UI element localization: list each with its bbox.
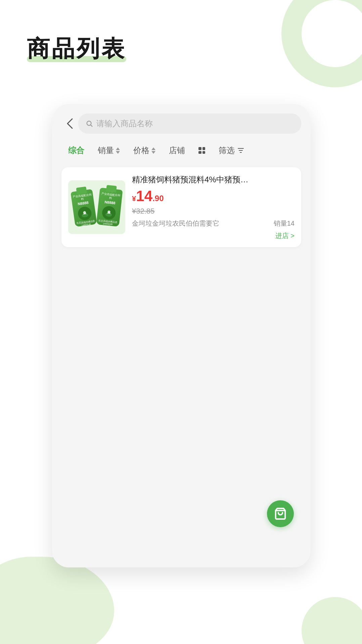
search-bar: 请输入商品名称 bbox=[52, 104, 311, 139]
phone-mockup: 请输入商品名称 综合 销量 价格 bbox=[52, 104, 311, 567]
tab-filter[interactable]: 筛选 bbox=[212, 142, 252, 158]
price-row: ¥ 14 .90 bbox=[132, 189, 295, 203]
deco-circle-top bbox=[281, 0, 362, 87]
tab-sales[interactable]: 销量 bbox=[91, 142, 127, 158]
enter-shop-row: 进店 > bbox=[132, 231, 295, 240]
enter-shop-button[interactable]: 进店 > bbox=[275, 231, 295, 240]
back-button[interactable] bbox=[61, 115, 78, 132]
tab-comprehensive[interactable]: 综合 bbox=[61, 142, 91, 158]
sales-count: 销量14 bbox=[274, 219, 295, 228]
deco-blob-bottom bbox=[0, 557, 114, 644]
search-placeholder: 请输入商品名称 bbox=[96, 118, 153, 129]
price-sort-icon bbox=[151, 147, 155, 154]
product-name: 精准猪饲料猪预混料4%中猪预… bbox=[132, 174, 295, 185]
tab-shop[interactable]: 店铺 bbox=[162, 142, 192, 158]
tab-price[interactable]: 价格 bbox=[127, 142, 162, 158]
original-price: ¥32.85 bbox=[132, 207, 295, 216]
cart-icon bbox=[274, 507, 287, 520]
cart-fab[interactable] bbox=[267, 500, 294, 527]
product-image: Logo 产业高端配合饲料 N8888 bbox=[68, 180, 125, 234]
deco-blob-bottom-right bbox=[302, 597, 362, 644]
tab-grid[interactable] bbox=[192, 144, 212, 156]
search-input-wrap[interactable]: 请输入商品名称 bbox=[78, 113, 301, 134]
svg-line-1 bbox=[91, 125, 92, 127]
svg-point-0 bbox=[87, 121, 91, 126]
grid-icon bbox=[198, 147, 205, 154]
product-info: 精准猪饲料猪预混料4%中猪预… ¥ 14 .90 ¥32.85 金坷垃金坷垃农民… bbox=[132, 174, 295, 240]
shop-name: 金坷垃金坷垃农民伯伯需要它 bbox=[132, 219, 219, 228]
search-icon bbox=[86, 120, 93, 127]
product-meta: 金坷垃金坷垃农民伯伯需要它 销量14 bbox=[132, 219, 295, 228]
filter-tabs: 综合 销量 价格 店铺 bbox=[52, 139, 311, 164]
sales-sort-icon bbox=[116, 147, 120, 154]
filter-icon bbox=[237, 146, 245, 154]
product-card[interactable]: Logo 产业高端配合饲料 N8888 bbox=[61, 167, 301, 247]
page-title: 商品列表 bbox=[27, 34, 126, 64]
product-list: Logo 产业高端配合饲料 N8888 bbox=[52, 164, 311, 256]
